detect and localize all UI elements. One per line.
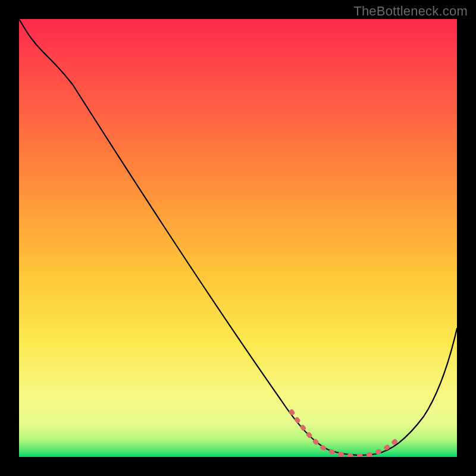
watermark-text: TheBottleneck.com [353,4,468,19]
gradient-background [19,19,457,457]
plot-area [19,19,457,457]
chart-svg [19,19,457,457]
chart-container: TheBottleneck.com [0,0,476,476]
